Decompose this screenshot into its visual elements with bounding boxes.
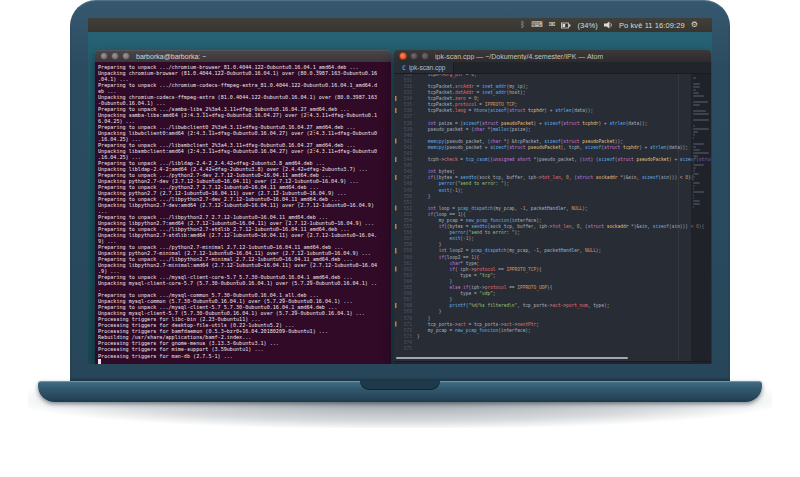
maximize-button[interactable] [421, 52, 429, 60]
terminal-output[interactable]: Preparing to unpack .../chromium-browser… [95, 62, 391, 364]
terminal-cursor [98, 359, 101, 364]
minimap-line [693, 191, 704, 193]
git-modified-marker [395, 321, 397, 326]
desktop-wallpaper: barborka@barborka: ~ Preparing to unpack… [88, 32, 712, 364]
cpp-file-icon: C [402, 64, 406, 72]
minimap-line [693, 203, 700, 205]
code-line: 542 memcpy(pseudo_packet + sizeof(struct… [394, 144, 711, 150]
line-number: 575 [394, 345, 417, 351]
editor-tab-bar: C ipk-scan.cpp [394, 62, 711, 74]
minimap-line [693, 200, 700, 202]
terminal-titlebar[interactable]: barborka@barborka: ~ [95, 50, 391, 62]
git-modified-marker [395, 96, 397, 101]
minimap-line [693, 77, 696, 79]
git-branch-indicator[interactable]: master [547, 364, 575, 365]
minimap-line [693, 125, 695, 127]
minimap[interactable] [691, 74, 711, 361]
update-available-button[interactable]: 1 update [677, 364, 710, 365]
file-path-label[interactable]: 2.projekt/ipk-scan.cpp [400, 364, 463, 365]
minimap-line [693, 89, 696, 91]
terminal-line: Unpacking libpython2.7-minimal:amd64 (2.… [98, 263, 391, 269]
minimap-line [693, 176, 695, 178]
minimap-line [693, 83, 700, 85]
minimap-line [693, 167, 696, 169]
terminal-line: Unpacking python2.7-dev (2.7.12-1ubuntu0… [98, 178, 391, 184]
git-modified-marker [395, 248, 397, 253]
line-ending-indicator[interactable]: LF [490, 364, 498, 365]
keyboard-indicator-icon[interactable]: ⌨ [531, 21, 543, 29]
editor-window: ipk-scan.cpp — ~/Dokumenty/4.semester/IP… [394, 50, 711, 364]
git-modified-marker [395, 157, 397, 162]
close-button[interactable] [399, 52, 407, 60]
terminal-line: Unpacking libldap-2.4-2:amd64 (2.4.42+df… [98, 166, 391, 172]
git-modified-marker [395, 303, 397, 308]
terminal-line: Unpacking libpython2.7-dev:amd64 (2.7.12… [98, 202, 391, 208]
close-button[interactable] [100, 52, 108, 60]
tab-ipk-scan-cpp[interactable]: C ipk-scan.cpp [394, 62, 454, 73]
terminal-line: Unpacking libpython2.7-stdlib:amd64 (2.7… [98, 232, 391, 238]
wrap-guide [678, 74, 679, 361]
minimap-line [693, 173, 699, 175]
git-modified-marker [395, 108, 397, 113]
grammar-indicator[interactable]: C++ [528, 364, 540, 365]
editor-titlebar[interactable]: ipk-scan.cpp — ~/Dokumenty/4.semester/IP… [394, 50, 711, 62]
bluetooth-icon[interactable]: ᛒ [520, 21, 525, 29]
maximize-button[interactable] [122, 52, 130, 60]
fetch-button[interactable]: Fetch [580, 364, 604, 365]
trackpad-notch [360, 381, 440, 390]
minimap-line [693, 134, 695, 136]
terminal-line: Unpacking libsmbclient:amd64 (2:4.3.11+d… [98, 148, 391, 154]
git-modified-marker [395, 175, 397, 180]
battery-icon[interactable] [561, 22, 571, 29]
minimap-line [693, 119, 709, 121]
tab-label: ipk-scan.cpp [409, 64, 446, 71]
terminal-line [98, 359, 391, 364]
minimap-line [693, 185, 695, 187]
minimap-line [693, 146, 696, 148]
terminal-title: barborka@barborka: ~ [136, 53, 206, 60]
minimap-line [693, 110, 706, 112]
clock-label[interactable]: Po kvě 11 16:09:29 [619, 21, 685, 30]
minimap-line [693, 131, 698, 133]
code-pre: 530 tcph->urg_ptr = 0;531532 tcpPacket.s… [394, 74, 711, 351]
minimap-line [693, 143, 704, 145]
minimap-line [693, 101, 708, 103]
minimap-line [693, 104, 700, 106]
terminal-line: Preparing to unpack .../chromium-codecs-… [98, 82, 391, 88]
mail-icon[interactable]: ✉ [549, 21, 556, 29]
minimize-button[interactable] [410, 52, 418, 60]
terminal-text: Preparing to unpack .../chromium-browser… [98, 64, 391, 364]
git-modified-marker [395, 267, 397, 272]
git-modified-marker [395, 206, 397, 211]
minimap-line [693, 95, 704, 97]
terminal-line: Unpacking samba-libs:amd64 (2:4.3.11+dfs… [98, 112, 391, 118]
minimap-line [693, 164, 704, 166]
git-modified-marker [395, 139, 397, 144]
code-line: 575 [394, 345, 711, 351]
minimap-line [693, 128, 709, 130]
laptop-screen: ᛒ ⌨ ✉ (34%) Po kvě 11 16:09:29 ⚙ barbork… [88, 18, 712, 364]
git-changes-button[interactable]: Git (0) [645, 364, 671, 365]
minimap-line [693, 149, 700, 151]
minimize-button[interactable] [111, 52, 119, 60]
minimap-line [693, 92, 699, 94]
minimap-line [693, 152, 709, 154]
minimap-line [693, 182, 700, 184]
minimap-line [693, 113, 709, 115]
cursor-position-label[interactable]: 1:1 [469, 364, 478, 365]
terminal-line: Unpacking chromium-browser (81.0.4044.12… [98, 70, 391, 76]
system-top-bar: ᛒ ⌨ ✉ (34%) Po kvě 11 16:09:29 ⚙ [88, 18, 712, 32]
battery-percentage: (34%) [577, 21, 598, 30]
horizontal-scrollbar[interactable] [396, 357, 628, 359]
code-editor[interactable]: 530 tcph->urg_ptr = 0;531532 tcpPacket.s… [394, 74, 711, 361]
volume-icon[interactable] [604, 21, 613, 29]
code-line: 544 tcph->check = tcp_csum((unsigned sho… [394, 156, 711, 162]
terminal-window: barborka@barborka: ~ Preparing to unpack… [95, 50, 391, 364]
session-gear-icon[interactable]: ⚙ [691, 21, 698, 29]
minimap-line [693, 155, 698, 157]
minimap-line [693, 170, 695, 172]
github-button[interactable]: GitHub [611, 364, 639, 365]
encoding-indicator[interactable]: UTF-8 [504, 364, 522, 365]
minimap-line [693, 158, 695, 160]
editor-window-title: ipk-scan.cpp — ~/Dokumenty/4.semester/IP… [435, 53, 603, 60]
